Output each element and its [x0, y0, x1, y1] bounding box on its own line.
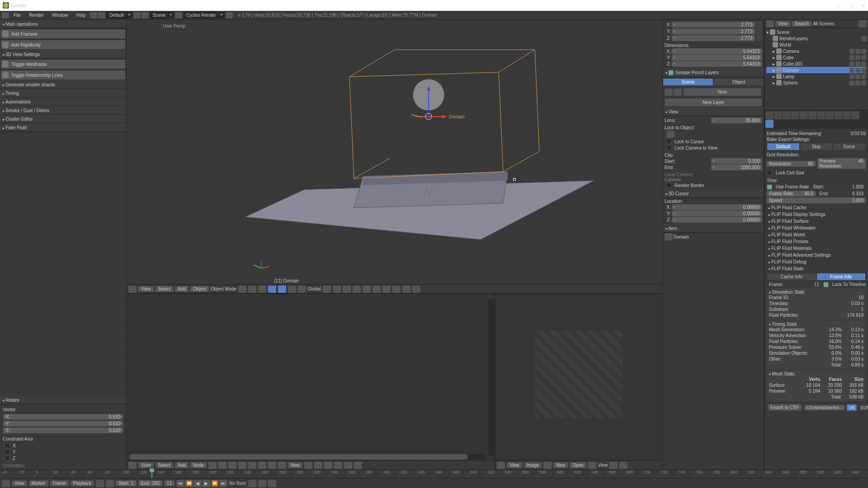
gpencil-new-button[interactable]: New — [683, 88, 762, 96]
prop-tab-world-icon[interactable] — [791, 111, 799, 119]
rl-toggle-icon[interactable] — [861, 36, 866, 41]
section-flip-surface[interactable]: FLIP Fluid Surface — [767, 218, 866, 225]
prop-tab-particles-icon[interactable] — [851, 111, 859, 119]
node-material-sphere-icon[interactable] — [278, 462, 286, 469]
lock-cell-checkbox[interactable] — [767, 170, 772, 175]
prop-tab-scene-icon[interactable] — [783, 111, 791, 119]
timeline-menu-marker[interactable]: Marker — [29, 480, 48, 486]
opengl-anim-icon[interactable] — [412, 286, 420, 293]
outliner-editor-icon[interactable] — [766, 20, 774, 28]
node-snap-icon[interactable] — [344, 462, 352, 469]
panel-3d-cursor[interactable]: 3D Cursor — [663, 189, 764, 198]
clip-end-field[interactable]: 1000.000 — [711, 164, 762, 170]
lens-field[interactable]: 35.000 — [711, 117, 762, 123]
section-flip-display[interactable]: FLIP Fluid Display Settings — [767, 211, 866, 218]
prop-tab-object-icon[interactable] — [800, 111, 808, 119]
scene-add-icon[interactable] — [175, 12, 182, 19]
node-new-button[interactable]: New — [288, 462, 302, 468]
transform-x-field[interactable]: 2.772 — [672, 22, 755, 28]
vis-render-icon[interactable] — [861, 80, 866, 85]
manipulator-rotate-icon[interactable] — [288, 286, 296, 293]
section-flip-world[interactable]: FLIP Fluid World — [767, 231, 866, 238]
node-tree-type-texture-icon[interactable] — [228, 462, 236, 469]
timeline-end-field[interactable]: End:250 — [138, 480, 162, 486]
node-snap-type-icon[interactable] — [354, 462, 362, 469]
mode-dropdown[interactable]: Object Mode — [211, 286, 236, 291]
resolution-field[interactable]: Resolution:65 — [767, 161, 816, 167]
timeline-menu-view[interactable]: View — [12, 480, 27, 486]
vis-eye-icon[interactable] — [849, 80, 854, 85]
outliner-domain[interactable]: ▸Domain — [766, 67, 866, 73]
outliner-lamp[interactable]: ▸Lamp — [766, 73, 866, 80]
bake-default-tab[interactable]: Default — [767, 143, 800, 150]
layer-5-icon[interactable] — [363, 286, 371, 293]
vis-select-icon[interactable] — [855, 68, 860, 73]
panel-generate-shards[interactable]: Generate smaller shards — [0, 80, 126, 89]
outliner-sphere[interactable]: ▸Sphere — [766, 80, 866, 86]
outliner-filter-icon[interactable] — [859, 20, 867, 28]
prop-tab-texture-icon[interactable] — [843, 111, 851, 119]
layout-prev-icon[interactable] — [90, 12, 97, 19]
jump-end-icon[interactable]: ⏭ — [219, 480, 227, 487]
panel-item[interactable]: Item — [663, 224, 764, 233]
layer-2-icon[interactable] — [333, 286, 341, 293]
transform-z-field[interactable]: 2.772 — [672, 35, 755, 41]
bake-skip-tab[interactable]: Skip — [800, 143, 833, 150]
grease-enable-checkbox[interactable] — [668, 70, 674, 75]
panel-3d-view-settings[interactable]: 3D View Settings — [0, 50, 126, 59]
menu-window[interactable]: Window — [48, 13, 72, 18]
layout-add-icon[interactable] — [133, 12, 141, 19]
img-pin-icon[interactable] — [588, 462, 596, 469]
gpencil-new-layer-button[interactable]: New Layer — [665, 98, 762, 107]
preview-resolution-field[interactable]: Preview Resolution:45 — [817, 158, 866, 169]
constraint-z-checkbox[interactable] — [5, 455, 10, 461]
editor-selector-icon[interactable] — [128, 286, 137, 293]
node-hscroll[interactable] — [129, 454, 486, 460]
resize-y-slider[interactable]: Y:0.532 — [3, 420, 123, 427]
use-frame-rate-checkbox[interactable] — [767, 184, 772, 190]
node-backdrop-icon[interactable] — [324, 462, 332, 469]
node-menu-node[interactable]: Node — [190, 462, 207, 468]
vis-render-icon[interactable] — [861, 61, 866, 66]
proportional-edit-icon[interactable] — [392, 286, 401, 293]
add-rigidbody-button[interactable]: Add Rigidbody — [0, 40, 126, 50]
keyframe-type-icon[interactable] — [268, 480, 276, 487]
view3d-menu-view[interactable]: View — [138, 286, 154, 292]
vis-select-icon[interactable] — [855, 74, 860, 79]
cache-info-tab[interactable]: Cache Info — [767, 273, 816, 281]
frame-rate-field[interactable]: Frame Rate:30.0 — [767, 191, 816, 197]
section-flip-whitewater[interactable]: FLIP Fluid Whitewater — [767, 225, 866, 231]
node-tree-type-shader-icon[interactable] — [208, 462, 217, 469]
constraint-y-checkbox[interactable] — [5, 449, 10, 455]
opengl-render-icon[interactable] — [402, 286, 410, 293]
dim-x-field[interactable]: 5.54323 — [672, 48, 762, 54]
add-fracture-button[interactable]: Add Fracture — [0, 29, 126, 39]
layout-next-icon[interactable] — [98, 12, 105, 19]
editor-type-icon[interactable] — [2, 12, 9, 19]
scene-dropdown[interactable]: Scene — [150, 12, 174, 19]
outliner-world[interactable]: World — [766, 42, 866, 48]
toggle-wireframe-button[interactable]: Toggle Wireframe — [0, 59, 126, 69]
prop-tab-modifiers-icon[interactable] — [817, 111, 825, 119]
toggle-relationship-lines-button[interactable]: Toggle Relationship Lines — [0, 70, 126, 80]
view3d-menu-object[interactable]: Object — [190, 286, 209, 292]
prop-tab-data-icon[interactable] — [826, 111, 834, 119]
snap-toggle-icon[interactable] — [373, 286, 381, 293]
panel-view[interactable]: View — [663, 108, 764, 116]
scene-browse-icon[interactable] — [142, 12, 149, 19]
node-vscroll[interactable] — [488, 298, 494, 456]
node-menu-view[interactable]: View — [138, 462, 154, 468]
layer-3-icon[interactable] — [343, 286, 351, 293]
section-flip-stats[interactable]: FLIP Fluid Stats — [767, 265, 866, 272]
section-flip-advanced[interactable]: FLIP Fluid Advanced Settings — [767, 252, 866, 258]
img-open-button[interactable]: Open — [570, 462, 586, 468]
outliner-renderlayers[interactable]: RenderLayers — [766, 35, 866, 42]
node-use-nodes-icon[interactable] — [304, 462, 312, 469]
timeline-menu-playback[interactable]: Playback — [71, 480, 94, 486]
vis-select-icon[interactable] — [855, 80, 860, 85]
constraint-x-checkbox[interactable] — [5, 443, 10, 448]
node-autoupdate-icon[interactable] — [334, 462, 342, 469]
play-forward-icon[interactable]: ▶ — [202, 480, 210, 487]
panel-grease-pencil[interactable]: Grease Pencil Layers — [663, 68, 764, 77]
prop-tab-physics-icon[interactable] — [765, 120, 774, 128]
